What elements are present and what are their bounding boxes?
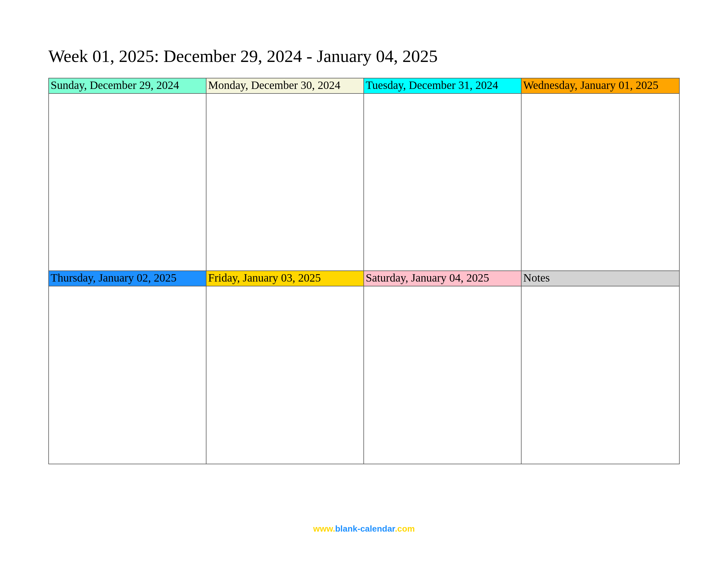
day-cell-thursday[interactable] (49, 286, 206, 464)
calendar-grid: Sunday, December 29, 2024 Monday, Decemb… (48, 78, 680, 464)
day-cell-friday[interactable] (206, 286, 364, 464)
day-cell-wednesday[interactable] (522, 94, 679, 271)
day-header-thursday: Thursday, January 02, 2025 (49, 271, 206, 286)
notes-header: Notes (522, 271, 679, 286)
day-cell-saturday[interactable] (364, 286, 522, 464)
footer-link[interactable]: www.blank-calendar.com (0, 524, 728, 534)
notes-cell[interactable] (522, 286, 679, 464)
day-header-monday: Monday, December 30, 2024 (206, 78, 364, 94)
footer-part-www: www. (313, 524, 335, 533)
footer-part-tld: .com (395, 524, 415, 533)
day-cell-monday[interactable] (206, 94, 364, 271)
day-cell-tuesday[interactable] (364, 94, 522, 271)
day-header-wednesday: Wednesday, January 01, 2025 (522, 78, 679, 94)
day-header-sunday: Sunday, December 29, 2024 (49, 78, 206, 94)
day-header-saturday: Saturday, January 04, 2025 (364, 271, 522, 286)
page-title: Week 01, 2025: December 29, 2024 - Janua… (48, 45, 680, 67)
weekly-calendar-page: Week 01, 2025: December 29, 2024 - Janua… (0, 0, 728, 562)
footer-part-domain: blank-calendar (335, 524, 395, 533)
day-header-friday: Friday, January 03, 2025 (206, 271, 364, 286)
day-cell-sunday[interactable] (49, 94, 206, 271)
day-header-tuesday: Tuesday, December 31, 2024 (364, 78, 522, 94)
